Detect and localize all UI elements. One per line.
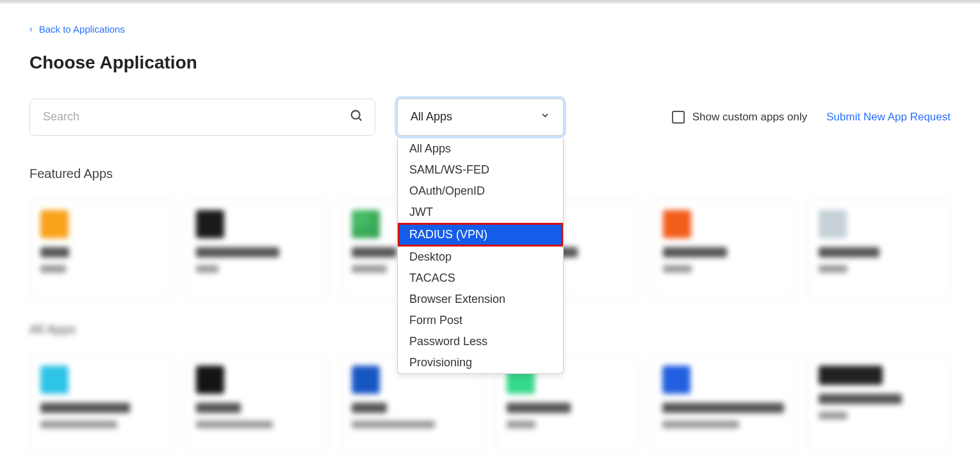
- dropdown-option[interactable]: SAML/WS-FED: [398, 159, 563, 181]
- search-wrapper: [29, 99, 375, 136]
- app-card[interactable]: [185, 198, 328, 299]
- app-card[interactable]: [808, 353, 951, 455]
- app-card[interactable]: [652, 198, 795, 299]
- filter-dropdown-menu: All AppsSAML/WS-FEDOAuth/OpenIDJWTRADIUS…: [397, 138, 564, 374]
- filter-dropdown-trigger[interactable]: All Apps: [397, 99, 564, 136]
- dropdown-option[interactable]: JWT: [398, 202, 563, 223]
- app-card[interactable]: [185, 353, 328, 455]
- svg-line-1: [359, 117, 362, 120]
- dropdown-option[interactable]: RADIUS (VPN): [398, 223, 563, 247]
- search-input[interactable]: [29, 99, 375, 136]
- app-card[interactable]: [29, 198, 172, 299]
- right-controls: Show custom apps only Submit New App Req…: [672, 111, 951, 124]
- dropdown-option[interactable]: Form Post: [398, 310, 563, 331]
- app-card[interactable]: [29, 353, 172, 455]
- svg-point-0: [352, 110, 360, 118]
- custom-apps-checkbox[interactable]: Show custom apps only: [672, 111, 808, 124]
- checkbox-icon: [672, 111, 685, 124]
- dropdown-option[interactable]: Password Less: [398, 331, 563, 352]
- dropdown-option[interactable]: Browser Extension: [398, 289, 563, 310]
- dropdown-option[interactable]: OAuth/OpenID: [398, 181, 563, 202]
- filter-dropdown: All Apps All AppsSAML/WS-FEDOAuth/OpenID…: [397, 99, 564, 136]
- app-card[interactable]: [651, 353, 795, 455]
- checkbox-label: Show custom apps only: [692, 111, 808, 124]
- dropdown-option[interactable]: All Apps: [398, 138, 563, 159]
- controls-row: All Apps All AppsSAML/WS-FEDOAuth/OpenID…: [29, 99, 951, 136]
- page-content: ‹ Back to Applications Choose Applicatio…: [0, 4, 980, 454]
- chevron-left-icon: ‹: [29, 24, 33, 34]
- filter-dropdown-selected: All Apps: [411, 110, 452, 124]
- search-icon[interactable]: [350, 109, 364, 126]
- dropdown-option[interactable]: TACACS: [398, 268, 563, 289]
- dropdown-option[interactable]: Provisioning: [398, 352, 563, 373]
- dropdown-option[interactable]: Desktop: [398, 247, 563, 268]
- submit-new-app-link[interactable]: Submit New App Request: [826, 111, 951, 124]
- back-to-applications-link[interactable]: ‹ Back to Applications: [29, 24, 125, 35]
- page-title: Choose Application: [29, 53, 951, 73]
- back-link-label: Back to Applications: [39, 24, 125, 35]
- chevron-down-icon: [540, 110, 550, 124]
- app-card[interactable]: [808, 198, 951, 299]
